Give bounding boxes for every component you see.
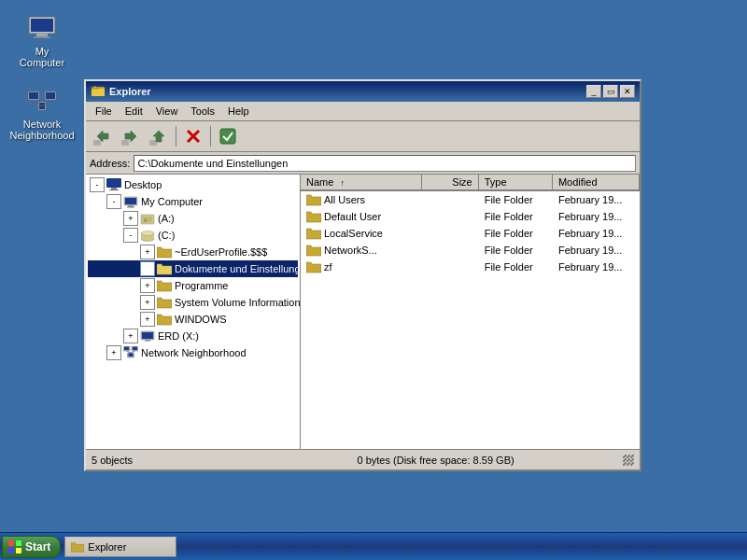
file-cell-name: Default User bbox=[301, 209, 422, 224]
tree-expand-dokumente[interactable]: + bbox=[140, 261, 155, 276]
network-neighborhood-label: Network Neighborhood bbox=[9, 119, 74, 141]
start-button[interactable]: Start bbox=[2, 536, 61, 558]
file-rows-container: All Users File Folder February 19... Def… bbox=[301, 191, 640, 275]
svg-rect-43 bbox=[142, 332, 153, 339]
table-row[interactable]: LocalService File Folder February 19... bbox=[301, 225, 640, 242]
address-label: Address: bbox=[90, 158, 130, 169]
svg-marker-56 bbox=[306, 245, 321, 256]
taskbar-explorer-label: Explorer bbox=[88, 541, 126, 553]
dokumente-folder-icon bbox=[157, 262, 172, 275]
tree-item-my-computer[interactable]: - My Computer bbox=[88, 193, 298, 210]
file-cell-name: All Users bbox=[301, 192, 422, 207]
svg-rect-50 bbox=[129, 354, 134, 357]
menu-bar: File Edit View Tools Help bbox=[86, 102, 640, 121]
tree-expand-windows[interactable]: + bbox=[140, 312, 155, 327]
tree-panel: - Desktop - bbox=[86, 175, 301, 449]
svg-rect-13 bbox=[92, 89, 105, 96]
folder-icon bbox=[306, 193, 321, 206]
taskbar: Start Explorer bbox=[0, 532, 747, 560]
close-button[interactable]: ✕ bbox=[620, 85, 635, 98]
tree-item-a-drive[interactable]: + A (A:) bbox=[88, 210, 298, 227]
erd-drive-icon bbox=[140, 329, 155, 343]
table-row[interactable]: Default User File Folder February 19... bbox=[301, 208, 640, 225]
network-neighborhood-desktop-icon[interactable]: Network Neighborhood bbox=[9, 82, 75, 145]
tree-item-dokumente[interactable]: + Dokumente und Einstellungen bbox=[88, 260, 298, 277]
table-row[interactable]: zf File Folder February 19... bbox=[301, 259, 640, 275]
my-computer-desktop-icon[interactable]: My Computer bbox=[9, 9, 75, 72]
tree-expand-c[interactable]: - bbox=[123, 228, 138, 243]
menu-view[interactable]: View bbox=[150, 104, 184, 119]
start-label: Start bbox=[25, 540, 50, 553]
tree-label-desktop: Desktop bbox=[124, 179, 162, 190]
file-cell-type: File Folder bbox=[479, 210, 553, 223]
svg-rect-26 bbox=[109, 189, 119, 190]
tree-label-a-drive: (A:) bbox=[158, 213, 175, 224]
tree-expand-a[interactable]: + bbox=[123, 211, 138, 226]
menu-tools[interactable]: Tools bbox=[185, 104, 220, 119]
taskbar-explorer-item[interactable]: Explorer bbox=[64, 537, 176, 557]
svg-rect-61 bbox=[16, 548, 21, 553]
svg-marker-40 bbox=[157, 298, 172, 308]
explorer-window: Explorer _ ▭ ✕ File Edit View Tools Help bbox=[84, 79, 641, 471]
toolbar bbox=[86, 121, 640, 152]
network-neighborhood-icon bbox=[27, 86, 57, 116]
my-computer-label: My Computer bbox=[13, 46, 71, 68]
file-cell-modified: February 19... bbox=[553, 210, 640, 223]
svg-line-52 bbox=[131, 351, 135, 353]
tree-item-programme[interactable]: + Programme bbox=[88, 277, 298, 294]
file-cell-size bbox=[422, 266, 479, 268]
file-cell-type: File Folder bbox=[479, 227, 553, 240]
delete-button[interactable] bbox=[180, 124, 206, 148]
tree-expand-desktop[interactable]: - bbox=[90, 177, 105, 192]
tree-item-c-drive[interactable]: - (C:) bbox=[88, 227, 298, 244]
tree-label-network: Network Neighborhood bbox=[141, 347, 247, 358]
tree-expand-system-volume[interactable]: + bbox=[140, 295, 155, 310]
folder-icon bbox=[306, 260, 321, 273]
tree-expand-programme[interactable]: + bbox=[140, 278, 155, 293]
address-input[interactable] bbox=[134, 155, 636, 172]
col-header-name[interactable]: Name ↑ bbox=[301, 175, 422, 190]
tree-item-network[interactable]: + Network Neighborhood bbox=[88, 344, 298, 361]
my-computer-icon bbox=[27, 13, 57, 43]
title-bar: Explorer _ ▭ ✕ bbox=[86, 81, 640, 102]
col-header-modified[interactable]: Modified bbox=[553, 175, 640, 190]
tree-label-system-volume: System Volume Information bbox=[175, 297, 301, 308]
tree-expand-erduserprofile[interactable]: + bbox=[140, 245, 155, 259]
tree-item-erd[interactable]: + ERD (X:) bbox=[88, 328, 298, 344]
tree-expand-my-computer[interactable]: - bbox=[106, 194, 121, 209]
menu-help[interactable]: Help bbox=[222, 104, 255, 119]
back-button[interactable] bbox=[90, 124, 116, 148]
col-header-size[interactable]: Size bbox=[422, 175, 479, 190]
folder-icon bbox=[306, 210, 321, 223]
file-cell-modified: February 19... bbox=[553, 227, 640, 240]
tree-item-system-volume[interactable]: + System Volume Information bbox=[88, 294, 298, 311]
tree-item-erduserprofile[interactable]: + ~ErdUserProfile.$$$ bbox=[88, 244, 298, 260]
menu-edit[interactable]: Edit bbox=[120, 104, 148, 119]
forward-button[interactable] bbox=[118, 124, 144, 148]
svg-rect-58 bbox=[8, 540, 14, 546]
file-cell-modified: February 19... bbox=[553, 193, 640, 206]
tree-item-windows[interactable]: + WINDOWS bbox=[88, 311, 298, 328]
resize-grip[interactable] bbox=[623, 455, 634, 466]
up-button[interactable] bbox=[146, 124, 172, 148]
tree-label-erd: ERD (X:) bbox=[158, 330, 199, 342]
svg-rect-60 bbox=[8, 548, 14, 553]
col-header-type[interactable]: Type bbox=[479, 175, 553, 190]
file-cell-type: File Folder bbox=[479, 260, 553, 273]
svg-point-36 bbox=[141, 231, 154, 236]
tree-expand-network[interactable]: + bbox=[106, 345, 121, 360]
tree-item-desktop[interactable]: - Desktop bbox=[88, 176, 298, 193]
confirm-button[interactable] bbox=[215, 124, 241, 148]
svg-rect-30 bbox=[127, 207, 134, 208]
menu-file[interactable]: File bbox=[90, 104, 118, 119]
svg-rect-7 bbox=[46, 92, 55, 99]
tree-expand-erd[interactable]: + bbox=[123, 329, 138, 343]
restore-button[interactable]: ▭ bbox=[603, 85, 618, 98]
svg-marker-53 bbox=[306, 195, 321, 205]
table-row[interactable]: NetworkS... File Folder February 19... bbox=[301, 242, 640, 259]
minimize-button[interactable]: _ bbox=[586, 85, 601, 98]
tree-label-programme: Programme bbox=[175, 280, 228, 291]
svg-marker-55 bbox=[306, 229, 321, 239]
svg-rect-29 bbox=[128, 205, 134, 207]
table-row[interactable]: All Users File Folder February 19... bbox=[301, 191, 640, 208]
